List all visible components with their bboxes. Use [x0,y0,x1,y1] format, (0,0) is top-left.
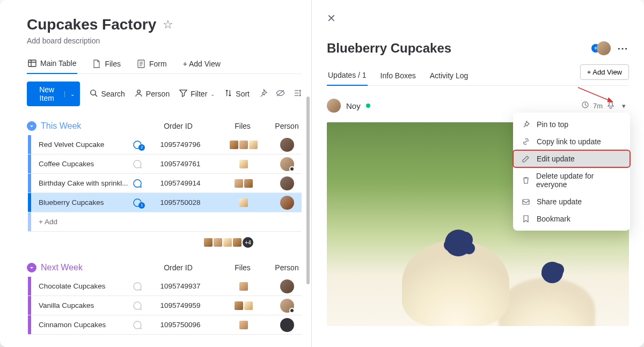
files-cell[interactable] [215,141,273,149]
scrollbar[interactable] [306,97,310,284]
order-id-cell[interactable]: 1095749796 [146,141,215,149]
person-cell[interactable] [273,299,302,313]
chat-icon[interactable]: 2 [128,139,146,150]
item-name[interactable]: Birthday Cake with sprinkl... [31,179,128,187]
tab-activity-log[interactable]: Activity Log [429,66,470,85]
table-row[interactable]: Coffee Cupcakes 1095749761 [28,154,302,174]
person-cell[interactable] [273,176,302,190]
chat-icon[interactable]: 1 [128,197,146,208]
tab-info-boxes[interactable]: Info Boxes [379,66,417,85]
view-tab-form[interactable]: Form [136,55,168,73]
pencil-icon [522,155,530,163]
dropdown-share[interactable]: Share update [513,193,630,210]
item-name[interactable]: Red Velvet Cupcake [31,141,128,149]
view-tab-main-table[interactable]: Main Table [27,55,77,74]
person-cell[interactable] [273,138,302,152]
column-files[interactable]: Files [213,263,272,272]
dropdown-edit-update[interactable]: Edit update [513,150,630,167]
group-collapse-toggle[interactable] [27,263,36,272]
bookmark-icon [522,215,530,223]
dropdown-delete[interactable]: Delete update for everyone [513,167,630,193]
svg-rect-0 [28,60,36,67]
bell-icon[interactable] [607,101,614,110]
table-row[interactable]: Chocolate Cupcakes 1095749937 [28,277,302,296]
person-cell[interactable] [273,196,302,210]
add-view-button[interactable]: + Add View [182,55,222,73]
column-person[interactable]: Person [272,263,302,272]
chat-icon[interactable] [128,281,146,292]
person-cell[interactable] [273,279,302,293]
new-item-button[interactable]: New Item ⌄ [27,82,80,106]
group-collapse-toggle[interactable] [27,121,36,131]
files-cell[interactable] [215,179,273,188]
board-description[interactable]: Add board description [27,36,302,45]
avatar [280,279,294,293]
item-name[interactable]: Vanilla Cupcakes [31,301,128,309]
tab-updates[interactable]: Updates / 1 [327,65,368,86]
order-id-cell[interactable]: 1095749914 [146,179,215,187]
dropdown-bookmark[interactable]: Bookmark [513,210,630,227]
person-cell[interactable] [273,318,302,332]
table-row[interactable]: Red Velvet Cupcake 2 1095749796 [28,135,302,154]
table-row[interactable]: Cinnamon Cupcakes 1095750096 [28,315,302,335]
order-id-cell[interactable]: 1095750028 [146,198,215,206]
files-more-count[interactable]: +4 [243,237,253,248]
item-name[interactable]: Cinnamon Cupcakes [31,321,128,329]
trash-icon [522,176,530,184]
table-row[interactable]: Blueberry Cupcakes 1 1095750028 [28,193,302,212]
hide-icon[interactable] [276,89,285,99]
column-person[interactable]: Person [272,122,302,130]
close-icon[interactable]: ✕ [327,12,336,25]
chat-icon[interactable] [128,159,146,169]
filter-button[interactable]: Filter ⌄ [179,89,215,99]
dropdown-label: Copy link to update [537,137,601,146]
person-filter-button[interactable]: Person [135,89,170,99]
sort-button[interactable]: Sort [224,89,250,99]
view-tab-files[interactable]: Files [91,55,122,73]
item-name[interactable]: Blueberry Cupcakes [31,198,128,206]
add-item-label[interactable]: + Add [31,218,130,226]
dropdown-pin[interactable]: Pin to top [513,116,630,133]
pin-icon[interactable] [259,89,267,99]
column-order-id[interactable]: Order ID [143,122,213,130]
share-icon [522,198,530,205]
files-cell[interactable] [215,321,273,329]
table-row[interactable]: Vanilla Cupcakes 1095749959 [28,296,302,315]
table-row[interactable]: Birthday Cake with sprinkl... 1095749914 [28,174,302,193]
files-cell[interactable] [215,282,273,291]
order-id-cell[interactable]: 1095749761 [146,160,215,168]
author-avatar[interactable] [327,99,341,113]
avatar [280,318,294,332]
filter-label: Filter [191,90,207,98]
files-cell[interactable] [215,198,273,207]
files-cell[interactable] [215,301,273,310]
item-name[interactable]: Chocolate Cupcakes [31,282,128,290]
order-id-cell[interactable]: 1095750096 [146,321,215,329]
chevron-down-icon[interactable]: ⌄ [64,91,75,97]
chat-icon[interactable] [128,300,146,311]
group-title[interactable]: Next Week [41,263,83,272]
more-options-button[interactable]: ⋯ [617,42,629,55]
add-item-row[interactable]: + Add [28,212,302,232]
item-name[interactable]: Coffee Cupcakes [31,160,128,168]
order-id-cell[interactable]: 1095749959 [146,301,215,309]
column-order-id[interactable]: Order ID [143,263,213,272]
add-member-button[interactable]: + [597,41,611,55]
item-panel-title[interactable]: Blueberry Cupcakes [327,41,597,56]
add-view-button[interactable]: + Add View [580,64,629,80]
files-cell[interactable] [215,160,273,168]
column-files[interactable]: Files [213,122,272,130]
author-name[interactable]: Noy [346,101,361,110]
person-cell[interactable] [273,157,302,171]
board-title[interactable]: Cupcakes Factory [27,16,156,33]
order-id-cell[interactable]: 1095749937 [146,282,215,290]
star-icon[interactable]: ☆ [163,18,173,32]
search-button[interactable]: Search [90,89,125,99]
height-icon[interactable] [294,89,302,99]
chat-icon[interactable] [128,178,146,189]
group-title[interactable]: This Week [41,121,81,131]
dropdown-copy-link[interactable]: Copy link to update [513,133,630,150]
update-menu-toggle[interactable]: ▾ [619,100,629,112]
dropdown-label: Delete update for everyone [536,172,621,189]
chat-icon[interactable] [128,320,146,330]
